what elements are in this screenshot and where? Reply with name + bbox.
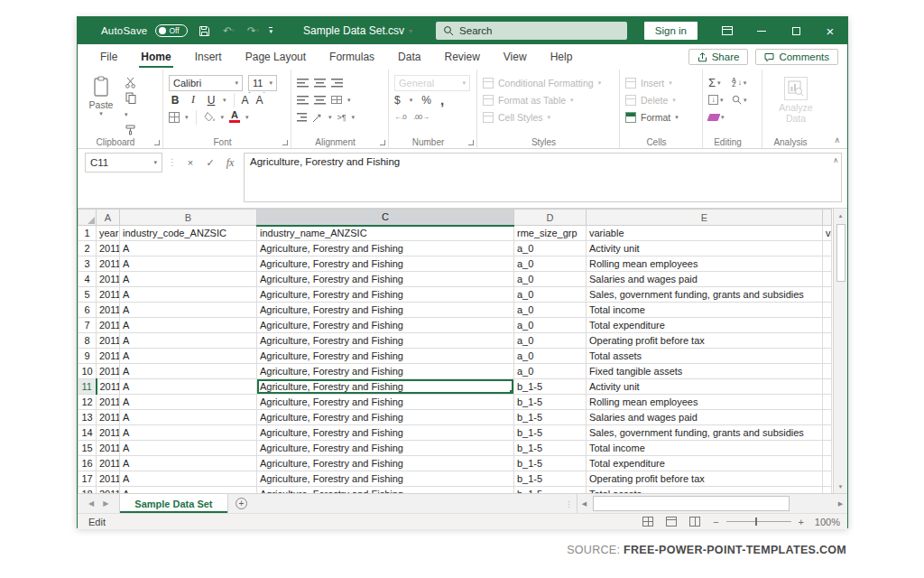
maximize-button[interactable] [779,17,813,44]
cell[interactable]: Total expenditure [587,318,823,333]
cell-partial[interactable] [823,272,832,287]
find-select-button[interactable]: ▾ [732,95,755,105]
cell-partial[interactable] [823,410,832,425]
redo-icon[interactable]: ↷▾ [245,23,261,39]
cell-partial[interactable] [823,303,832,318]
minimize-button[interactable] [744,17,779,44]
column-header-partial[interactable] [823,210,832,226]
font-color-button[interactable]: A [229,111,240,123]
cell[interactable]: Agriculture, Forestry and Fishing [257,441,514,456]
row-header-5[interactable]: 5 [79,287,97,303]
conditional-formatting-button[interactable]: Conditional Formatting▾ [483,74,615,91]
cell[interactable]: Agriculture, Forestry and Fishing [257,471,514,487]
cell-styles-button[interactable]: Cell Styles▾ [483,108,615,126]
insert-button[interactable]: Insert▾ [625,74,698,91]
row-header-1[interactable]: 1 [79,226,97,241]
prev-sheet-icon[interactable]: ◀ [88,499,94,508]
cell[interactable]: A [120,333,257,349]
tab-review[interactable]: Review [432,44,491,70]
decrease-font-size-button[interactable]: Aˇ [256,94,265,107]
cell-partial[interactable] [823,318,832,333]
horizontal-scrollbar[interactable]: ◀ ▶ [577,494,847,513]
cell[interactable]: Agriculture, Forestry and Fishing [257,303,514,318]
formula-input[interactable]: Agriculture, Forestry and Fishing ∧ [244,153,842,202]
cell[interactable]: Agriculture, Forestry and Fishing [257,410,514,425]
cell-partial[interactable] [823,441,832,456]
cell[interactable]: A [120,379,257,395]
cell[interactable]: 2011 [97,318,120,333]
name-box[interactable]: C11 ▾ [85,153,162,172]
cell[interactable]: Agriculture, Forestry and Fishing [257,425,514,441]
cell-partial[interactable] [823,349,832,364]
next-sheet-icon[interactable]: ▶ [103,499,108,508]
new-sheet-button[interactable]: + [228,494,255,513]
cell[interactable]: industry_code_ANZSIC [120,226,257,241]
scroll-down-icon[interactable]: ▼ [834,480,847,493]
cell-partial[interactable] [823,241,832,256]
font-name-select[interactable]: Calibri▾ [169,75,243,91]
active-cell[interactable]: Agriculture, Forestry and Fishing [257,379,514,395]
tab-insert[interactable]: Insert [183,44,234,70]
zoom-slider[interactable] [726,521,791,522]
cell[interactable]: Activity unit [587,241,823,256]
cell[interactable]: 2011 [97,333,120,349]
row-header-3[interactable]: 3 [79,256,97,272]
row-header-16[interactable]: 16 [79,456,97,471]
tab-home[interactable]: Home [129,44,182,70]
align-center-icon[interactable] [314,95,326,105]
cell[interactable]: b_1-5 [514,456,587,471]
cell[interactable]: a_0 [514,256,587,272]
cell[interactable]: A [120,425,257,441]
cell-partial[interactable]: va [823,226,832,241]
cell[interactable]: Agriculture, Forestry and Fishing [257,256,514,272]
cell[interactable]: Rolling mean employees [587,256,823,272]
cell[interactable]: a_0 [514,318,587,333]
increase-font-size-button[interactable]: Aˆ [242,94,251,107]
formula-bar-splitter[interactable]: ⋮ [168,153,177,202]
cell[interactable]: Agriculture, Forestry and Fishing [257,287,514,303]
cell[interactable]: 2011 [97,395,120,410]
cell[interactable]: 2011 [97,349,120,364]
cell[interactable]: A [120,318,257,333]
analyze-data-button[interactable]: AnalyzeData [768,74,824,124]
zoom-in-button[interactable]: + [799,517,804,527]
cell[interactable]: A [120,272,257,287]
cell[interactable]: Operating profit before tax [587,471,823,487]
cell[interactable]: Rolling mean employees [587,395,823,410]
cell[interactable]: rme_size_grp [514,226,587,241]
paste-button[interactable]: Paste ▾ [83,74,119,135]
underline-dropdown-icon[interactable]: ▾ [223,97,226,104]
alignment-dialog-launcher-icon[interactable] [380,140,385,145]
row-header-12[interactable]: 12 [79,395,97,410]
row-header-7[interactable]: 7 [79,318,97,333]
cell[interactable]: 2011 [97,487,120,494]
cell[interactable]: b_1-5 [514,410,587,425]
cancel-entry-button[interactable]: × [182,155,199,170]
cell[interactable]: Agriculture, Forestry and Fishing [257,456,514,471]
customize-quick-access-icon[interactable]: ▾ [269,27,273,34]
copy-button[interactable]: ▾ [125,92,137,120]
wrap-text-icon[interactable] [331,78,343,88]
zoom-level[interactable]: 100% [811,517,840,527]
cell[interactable]: Activity unit [587,379,823,395]
row-header-17[interactable]: 17 [79,471,97,487]
column-header-A[interactable]: A [97,210,120,226]
cell[interactable]: 2011 [97,241,120,256]
save-icon[interactable] [196,23,212,39]
cell[interactable]: A [120,395,257,410]
cell[interactable]: a_0 [514,333,587,349]
cell[interactable]: Agriculture, Forestry and Fishing [257,318,514,333]
page-layout-view-icon[interactable] [666,517,677,527]
insert-function-button[interactable]: fx [222,155,238,170]
cell[interactable]: Salaries and wages paid [587,272,823,287]
cell[interactable]: 2011 [97,425,120,441]
sheet-tab[interactable]: Sample Data Set [119,494,227,513]
merge-center-icon[interactable] [331,96,342,104]
cell[interactable]: Operating profit before tax [587,333,823,349]
row-header-9[interactable]: 9 [79,349,97,364]
cell[interactable]: b_1-5 [514,425,587,441]
normal-view-icon[interactable] [642,517,653,527]
cell-partial[interactable] [823,333,832,349]
cell[interactable]: Agriculture, Forestry and Fishing [257,395,514,410]
scrollbar-splitter[interactable]: ⋮ [565,494,577,513]
